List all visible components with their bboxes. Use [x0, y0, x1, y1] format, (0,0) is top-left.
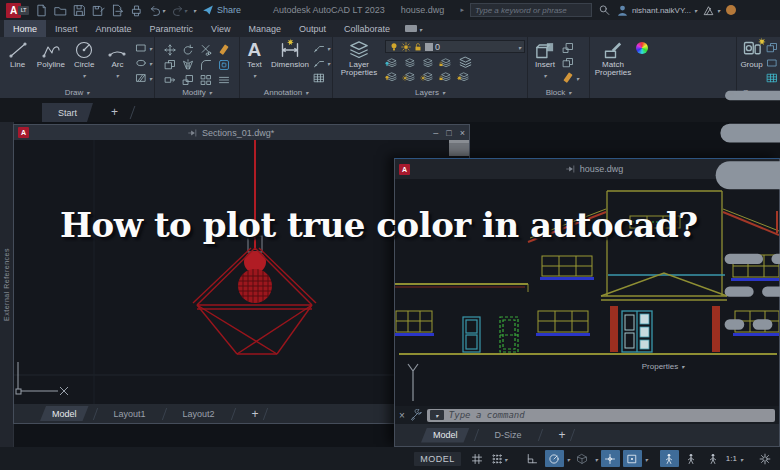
- new-file-icon[interactable]: [35, 4, 48, 17]
- move-icon[interactable]: [164, 44, 176, 56]
- create-block-tool[interactable]: [562, 42, 579, 54]
- grid-toggle[interactable]: [468, 450, 487, 467]
- close-button[interactable]: ×: [460, 128, 465, 138]
- chevron-down-icon[interactable]: [595, 454, 598, 464]
- external-references-palette-tab[interactable]: External References: [0, 122, 14, 447]
- linetype-icon[interactable]: [636, 212, 780, 362]
- layer-match-tool[interactable]: [459, 56, 472, 69]
- chevron-down-icon[interactable]: [162, 5, 165, 15]
- object-snap-toggle[interactable]: [623, 450, 642, 467]
- minimize-button[interactable]: –: [433, 128, 438, 138]
- define-attribute-tool[interactable]: [562, 72, 579, 84]
- ortho-toggle[interactable]: [523, 450, 542, 467]
- leader-tool[interactable]: [313, 42, 330, 54]
- line-tool[interactable]: Line: [2, 40, 33, 69]
- layer-off-tool[interactable]: [387, 72, 397, 82]
- dimension-tool[interactable]: Dimension: [269, 40, 311, 69]
- app-logo[interactable]: A LT: [6, 3, 29, 18]
- trim-icon[interactable]: [200, 44, 212, 56]
- layer-lock-tool[interactable]: [441, 58, 451, 68]
- save-as-icon[interactable]: [92, 4, 105, 17]
- erase-icon[interactable]: [218, 44, 230, 56]
- redo-button[interactable]: [171, 4, 187, 17]
- tab-start[interactable]: Start: [42, 103, 93, 122]
- block-panel-footer[interactable]: Block: [528, 86, 589, 98]
- chevron-down-icon[interactable]: [253, 70, 256, 80]
- object-snap-tracking-toggle[interactable]: [601, 450, 620, 467]
- rectangle-tool[interactable]: [135, 42, 152, 54]
- new-layout-button[interactable]: +: [252, 407, 259, 421]
- chevron-down-icon[interactable]: [645, 454, 648, 464]
- layer-isolate-tool[interactable]: [387, 58, 397, 68]
- polar-tracking-toggle[interactable]: [545, 450, 564, 467]
- annotation-visibility-toggle[interactable]: [660, 450, 679, 467]
- layer-unlock-all-tool[interactable]: [441, 72, 451, 82]
- layer-on-all-tool[interactable]: [405, 72, 415, 82]
- array-icon[interactable]: [200, 74, 212, 86]
- customize-qat-icon[interactable]: [193, 5, 196, 15]
- ellipse-tool[interactable]: [135, 57, 152, 69]
- chevron-down-icon[interactable]: [184, 5, 187, 15]
- panel-expander-icon[interactable]: »: [730, 90, 734, 97]
- modify-panel-footer[interactable]: Modify: [155, 87, 239, 98]
- customization-gear-icon[interactable]: [755, 450, 774, 467]
- layer-freeze-tool[interactable]: [423, 58, 433, 68]
- new-layout-button[interactable]: +: [559, 428, 566, 442]
- insert-block-tool[interactable]: Insert: [530, 40, 560, 80]
- properties-panel-footer[interactable]: Properties: [590, 362, 736, 371]
- text-tool[interactable]: A Text: [242, 40, 267, 80]
- viewport-control[interactable]: [449, 140, 469, 156]
- stretch-icon[interactable]: [164, 74, 176, 86]
- circle-tool[interactable]: Circle: [69, 40, 100, 80]
- search-input[interactable]: [470, 3, 592, 17]
- signin-menu[interactable]: nishant.naikVY...: [616, 4, 697, 17]
- sections-window-titlebar[interactable]: A Sections_01.dwg* – □ ×: [14, 125, 469, 140]
- share-button[interactable]: Share: [202, 4, 241, 16]
- autodesk-app-menu[interactable]: [703, 5, 720, 16]
- hatch-tool[interactable]: [135, 72, 152, 84]
- color-wheel-icon[interactable]: [636, 42, 648, 54]
- undo-button[interactable]: [149, 4, 165, 17]
- print-icon[interactable]: [130, 4, 143, 17]
- export-icon[interactable]: [111, 4, 124, 17]
- fillet-icon[interactable]: [200, 59, 212, 71]
- snap-toggle[interactable]: [490, 450, 509, 467]
- new-drawing-button[interactable]: +: [111, 105, 118, 119]
- arc-tool[interactable]: Arc: [102, 40, 133, 80]
- recent-commands-icon[interactable]: [430, 410, 444, 420]
- layer-thaw-all-tool[interactable]: [423, 72, 433, 82]
- ribbon-collapse-button[interactable]: [405, 24, 422, 34]
- house-tab-model[interactable]: Model: [421, 428, 470, 443]
- customize-command-icon[interactable]: [410, 409, 422, 421]
- layer-properties-tool[interactable]: Layer Properties: [335, 40, 383, 78]
- layer-walk-tool[interactable]: [459, 72, 469, 82]
- chevron-down-icon[interactable]: [83, 70, 86, 80]
- tab-manage[interactable]: Manage: [239, 20, 290, 37]
- help-icon[interactable]: [726, 5, 736, 15]
- sections-tab-layout1[interactable]: Layout1: [102, 406, 158, 421]
- tab-parametric[interactable]: Parametric: [141, 20, 203, 37]
- annotation-scale-button[interactable]: [704, 450, 723, 467]
- model-space-button[interactable]: MODEL: [414, 452, 461, 466]
- chevron-down-icon[interactable]: [116, 70, 119, 80]
- sections-tab-model[interactable]: Model: [40, 406, 89, 421]
- mirror-icon[interactable]: [182, 59, 194, 71]
- tab-home[interactable]: Home: [4, 20, 46, 37]
- tab-insert[interactable]: Insert: [46, 20, 87, 37]
- scale-icon[interactable]: [182, 74, 194, 86]
- tab-annotate[interactable]: Annotate: [87, 20, 141, 37]
- tab-collaborate[interactable]: Collaborate: [335, 20, 399, 37]
- house-tab-dsize[interactable]: D-Size: [483, 428, 534, 443]
- draw-panel-footer[interactable]: Draw: [0, 86, 154, 98]
- isodraft-toggle[interactable]: [573, 450, 592, 467]
- rotate-icon[interactable]: [182, 44, 194, 56]
- chevron-down-icon[interactable]: [543, 70, 546, 80]
- match-properties-tool[interactable]: Match Properties: [592, 40, 634, 78]
- command-input[interactable]: Type a command: [427, 409, 775, 422]
- lineweight-icon[interactable]: [636, 58, 780, 208]
- multileader-tool[interactable]: [313, 57, 330, 69]
- open-file-icon[interactable]: [54, 4, 67, 17]
- search-icon[interactable]: [598, 4, 610, 16]
- chevron-down-icon[interactable]: [567, 454, 570, 464]
- tab-output[interactable]: Output: [290, 20, 335, 37]
